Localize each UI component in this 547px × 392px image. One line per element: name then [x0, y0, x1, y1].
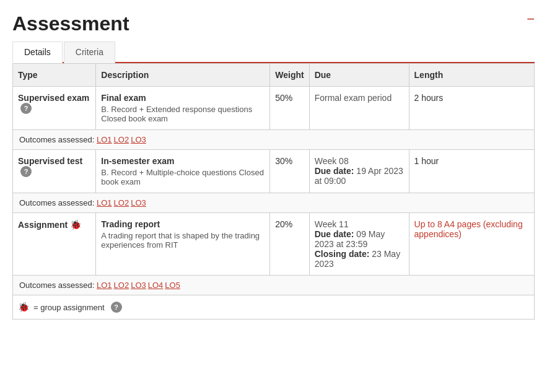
due-week: Week 11: [315, 219, 404, 229]
table-header-row: Type Description Weight Due Length: [13, 64, 535, 87]
outcome-link[interactable]: LO3: [131, 281, 146, 290]
outcome-link[interactable]: LO2: [114, 281, 129, 290]
desc-sub: B. Record + Multiple-choice questions Cl…: [101, 168, 265, 186]
due-cell: Week 11Due date: 09 May 2023 at 23:59Clo…: [309, 213, 409, 276]
outcomes-row: Outcomes assessed: LO1LO2LO3: [13, 193, 535, 213]
outcomes-cell: Outcomes assessed: LO1LO2LO3: [13, 193, 535, 213]
type-cell: Supervised exam ?: [13, 87, 96, 130]
due-date-line: Due date: 19 Apr 2023 at 09:00: [315, 166, 404, 186]
type-cell: Assignment 🐞: [13, 213, 96, 276]
desc-cell: Trading reportA trading report that is s…: [96, 213, 270, 276]
table-row: Supervised test ?In-semester examB. Reco…: [13, 150, 535, 193]
type-cell: Supervised test ?: [13, 150, 96, 193]
due-week: Week 08: [315, 156, 404, 166]
tab-bar: Details Criteria: [12, 40, 535, 63]
desc-cell: Final examB. Record + Extended response …: [96, 87, 270, 130]
outcomes-label: Outcomes assessed:: [19, 198, 97, 207]
outcomes-cell: Outcomes assessed: LO1LO2LO3LO4LO5: [13, 276, 535, 295]
group-assignment-icon: 🐞: [18, 302, 30, 313]
length-value: Up to 8 A4 pages (excluding appendices): [414, 219, 523, 239]
desc-sub: A trading report that is shaped by the t…: [101, 231, 265, 250]
desc-sub: B. Record + Extended response questions …: [101, 105, 265, 123]
help-badge[interactable]: ?: [20, 103, 32, 114]
outcome-link[interactable]: LO1: [97, 135, 112, 144]
due-cell: Formal exam period: [309, 87, 409, 130]
assessment-table: Type Description Weight Due Length Super…: [12, 63, 535, 295]
group-icon: 🐞: [70, 219, 82, 230]
col-type: Type: [13, 64, 96, 87]
outcome-link[interactable]: LO3: [131, 135, 146, 144]
weight-cell: 50%: [270, 87, 309, 130]
outcomes-row: Outcomes assessed: LO1LO2LO3: [13, 130, 535, 150]
length-cell: 2 hours: [409, 87, 534, 130]
outcomes-row: Outcomes assessed: LO1LO2LO3LO4LO5: [13, 276, 535, 295]
tab-details[interactable]: Details: [12, 41, 63, 63]
desc-title: Trading report: [101, 219, 265, 229]
tab-criteria[interactable]: Criteria: [64, 41, 115, 63]
col-weight: Weight: [270, 64, 309, 87]
due-text: Formal exam period: [315, 93, 392, 103]
closing-date-line: Closing date: 23 May 2023: [315, 249, 404, 269]
outcome-link[interactable]: LO2: [114, 135, 129, 144]
due-cell: Week 08Due date: 19 Apr 2023 at 09:00: [309, 150, 409, 193]
length-cell: Up to 8 A4 pages (excluding appendices): [409, 213, 534, 276]
col-length: Length: [409, 64, 534, 87]
outcomes-cell: Outcomes assessed: LO1LO2LO3: [13, 130, 535, 150]
table-row: Supervised exam ?Final examB. Record + E…: [13, 87, 535, 130]
outcome-link[interactable]: LO2: [114, 198, 129, 207]
desc-title: In-semester exam: [101, 156, 265, 166]
legend-help-badge[interactable]: ?: [111, 302, 122, 313]
desc-title: Final exam: [101, 93, 265, 103]
outcome-link[interactable]: LO1: [97, 198, 112, 207]
table-row: Assignment 🐞Trading reportA trading repo…: [13, 213, 535, 276]
outcomes-label: Outcomes assessed:: [19, 281, 97, 290]
outcome-link[interactable]: LO5: [165, 281, 180, 290]
col-description: Description: [96, 64, 270, 87]
outcome-link[interactable]: LO3: [131, 198, 146, 207]
close-icon[interactable]: −: [527, 12, 535, 26]
weight-cell: 20%: [270, 213, 309, 276]
legend-row: 🐞 = group assignment ?: [12, 295, 535, 320]
outcomes-label: Outcomes assessed:: [19, 135, 97, 144]
page-header: Assessment −: [12, 12, 535, 35]
help-badge[interactable]: ?: [20, 166, 32, 177]
due-date-line: Due date: 09 May 2023 at 23:59: [315, 229, 404, 249]
legend-label: = group assignment: [33, 303, 105, 312]
col-due: Due: [309, 64, 409, 87]
desc-cell: In-semester examB. Record + Multiple-cho…: [96, 150, 270, 193]
length-cell: 1 hour: [409, 150, 534, 193]
page-title: Assessment: [12, 12, 129, 35]
outcome-link[interactable]: LO1: [97, 281, 112, 290]
weight-cell: 30%: [270, 150, 309, 193]
outcome-link[interactable]: LO4: [148, 281, 164, 290]
